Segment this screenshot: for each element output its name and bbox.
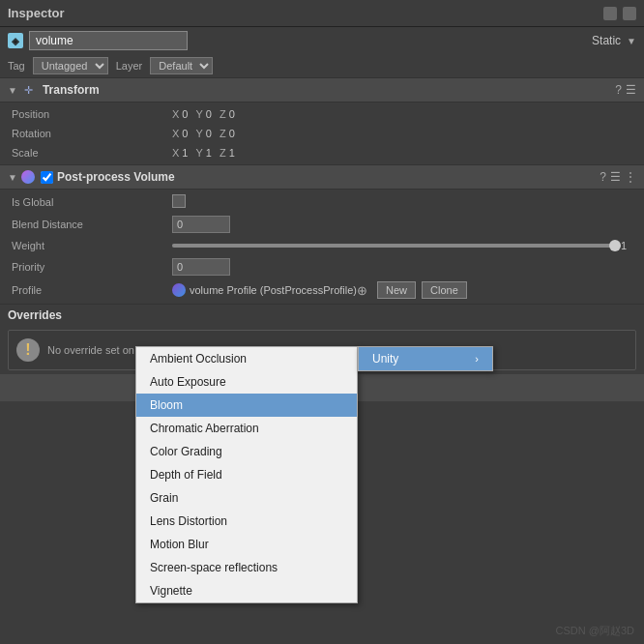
menu-item-ambient[interactable]: Ambient Occlusion [136, 347, 357, 370]
rot-x-label: X [172, 128, 179, 139]
blend-distance-label: Blend Distance [8, 219, 172, 230]
postprocess-help-icon[interactable]: ? [600, 170, 606, 184]
unity-submenu-title: Unity [372, 352, 398, 366]
menu-item-screen-space[interactable]: Screen-space reflections [136, 556, 357, 579]
warning-icon: ! [16, 338, 40, 362]
unity-arrow-icon: › [475, 353, 479, 365]
rotation-row: Rotation X0 Y0 Z0 [0, 124, 644, 143]
scale-x-value: 1 [182, 147, 188, 159]
menu-item-vignette[interactable]: Vignette [136, 579, 357, 602]
weight-slider-container: 1 [172, 240, 636, 251]
top-bar: Inspector [0, 0, 644, 27]
settings-icon[interactable]: ☰ [626, 83, 636, 97]
object-icon: ◈ [8, 33, 23, 48]
profile-plus-icon[interactable]: ⊕ [357, 283, 367, 298]
layer-select[interactable]: Default [150, 57, 213, 74]
watermark: CSDN @阿赵3D [556, 624, 634, 638]
position-label: Position [8, 108, 172, 120]
scale-y-value: 1 [206, 147, 212, 159]
weight-slider-fill [172, 244, 615, 248]
static-label: Static [592, 34, 621, 47]
rot-y-label: Y [195, 128, 202, 139]
position-xyz: X0 Y0 Z0 [172, 108, 636, 120]
rot-y-value: 0 [206, 128, 212, 139]
isglobal-checkbox[interactable] [172, 194, 186, 208]
rot-z-label: Z [220, 128, 226, 139]
pos-z-value: 0 [229, 108, 235, 120]
isglobal-label: Is Global [8, 196, 172, 208]
profile-name: volume Profile (PostProcessProfile) [190, 284, 357, 296]
menu-item-motion-blur[interactable]: Motion Blur [136, 533, 357, 556]
rotation-label: Rotation [8, 128, 172, 139]
maximize-btn[interactable] [623, 7, 636, 20]
scale-z-label: Z [220, 147, 226, 159]
rot-z-value: 0 [229, 128, 235, 139]
postprocess-props: Is Global Blend Distance Weight 1 Priori… [0, 190, 644, 304]
tag-layer-row: Tag Untagged Layer Default [0, 54, 644, 77]
postprocess-icon [21, 170, 35, 184]
submenu-container: Unity › [358, 346, 493, 371]
rot-x-value: 0 [182, 128, 188, 139]
scale-row: Scale X1 Y1 Z1 [0, 143, 644, 162]
priority-row: Priority [0, 255, 644, 278]
scale-x-label: X [172, 147, 179, 159]
clone-button[interactable]: Clone [422, 281, 467, 299]
weight-slider-thumb[interactable] [609, 240, 621, 251]
menu-item-color-grading[interactable]: Color Grading [136, 440, 357, 463]
menu-item-bloom[interactable]: Bloom [136, 394, 357, 417]
postprocess-right-icons: ? ☰ ⋮ [600, 170, 636, 184]
weight-label: Weight [8, 240, 172, 251]
transform-icon: ✛ [21, 82, 37, 98]
scale-z-value: 1 [229, 147, 235, 159]
help-icon[interactable]: ? [615, 83, 622, 97]
rotation-xyz: X0 Y0 Z0 [172, 128, 636, 139]
position-row: Position X0 Y0 Z0 [0, 104, 644, 124]
priority-input[interactable] [172, 258, 230, 276]
static-dropdown-arrow[interactable]: ▼ [627, 36, 636, 46]
scale-label: Scale [8, 147, 172, 159]
scale-xyz: X1 Y1 Z1 [172, 147, 636, 159]
tag-label: Tag [8, 60, 25, 72]
profile-row: Profile volume Profile (PostProcessProfi… [0, 278, 644, 302]
menu-item-grain[interactable]: Grain [136, 486, 357, 510]
postprocess-enabled-checkbox[interactable] [41, 171, 53, 184]
profile-label: Profile [8, 284, 172, 296]
pos-y-value: 0 [206, 108, 212, 120]
pos-x-label: X [172, 108, 179, 120]
dropdown-menu: Ambient Occlusion Auto Exposure Bloom Ch… [135, 346, 358, 603]
object-name-input[interactable] [29, 31, 188, 50]
object-row: ◈ Static ▼ [0, 27, 644, 54]
postprocess-more-icon[interactable]: ⋮ [625, 170, 636, 184]
blend-distance-input[interactable] [172, 216, 230, 233]
weight-value: 1 [621, 240, 636, 251]
transform-props: Position X0 Y0 Z0 Rotation X0 Y0 Z0 Scal… [0, 102, 644, 164]
window-controls [603, 7, 636, 20]
layer-label: Layer [116, 60, 143, 72]
transform-arrow-icon: ▼ [8, 85, 17, 96]
minimize-btn[interactable] [603, 7, 617, 20]
blend-distance-row: Blend Distance [0, 213, 644, 236]
postprocess-section-header[interactable]: ▼ Post-process Volume ? ☰ ⋮ [0, 164, 644, 190]
scale-y-label: Y [195, 147, 202, 159]
transform-title: Transform [43, 83, 615, 97]
pos-z-label: Z [220, 108, 226, 120]
inspector-title: Inspector [8, 6, 65, 20]
postprocess-settings-icon[interactable]: ☰ [610, 170, 621, 184]
menu-item-chromatic[interactable]: Chromatic Aberration [136, 417, 357, 440]
weight-row: Weight 1 [0, 236, 644, 255]
isglobal-row: Is Global [0, 191, 644, 213]
pos-x-value: 0 [182, 108, 188, 120]
menu-item-depth-of-field[interactable]: Depth of Field [136, 463, 357, 486]
tag-select[interactable]: Untagged [33, 57, 108, 74]
weight-slider-track[interactable] [172, 244, 615, 248]
postprocess-arrow-icon: ▼ [8, 172, 17, 183]
profile-value-container: volume Profile (PostProcessProfile) ⊕ Ne… [172, 281, 467, 299]
priority-label: Priority [8, 261, 172, 273]
new-button[interactable]: New [377, 281, 416, 299]
unity-submenu-header[interactable]: Unity › [359, 347, 492, 370]
overrides-header: Overrides [0, 304, 644, 326]
transform-section-header[interactable]: ▼ ✛ Transform ? ☰ [0, 77, 644, 102]
menu-item-auto-exposure[interactable]: Auto Exposure [136, 370, 357, 394]
profile-icon [172, 283, 186, 297]
menu-item-lens-distortion[interactable]: Lens Distortion [136, 510, 357, 533]
